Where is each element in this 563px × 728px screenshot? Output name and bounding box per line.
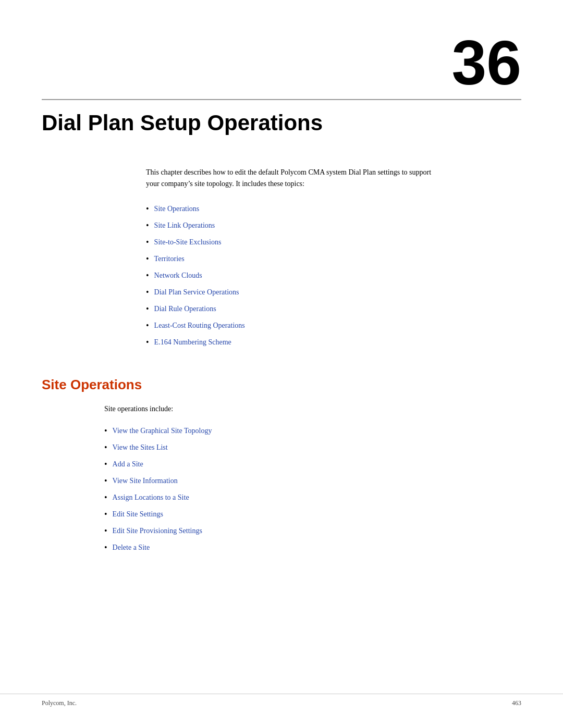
site-ops-link-view-sites-list[interactable]: View the Sites List xyxy=(113,440,168,455)
toc-link-e164-numbering-scheme[interactable]: E.164 Numbering Scheme xyxy=(154,335,231,350)
site-ops-link-edit-site-provisioning[interactable]: Edit Site Provisioning Settings xyxy=(113,524,202,538)
site-operations-list: View the Graphical Site Topology View th… xyxy=(104,423,563,556)
toc-link-network-clouds[interactable]: Network Clouds xyxy=(154,268,202,283)
intro-paragraph: This chapter describes how to edit the d… xyxy=(146,167,438,190)
toc-list: Site Operations Site Link Operations Sit… xyxy=(146,201,521,351)
list-item: Delete a Site xyxy=(104,539,563,556)
site-ops-link-assign-locations[interactable]: Assign Locations to a Site xyxy=(113,490,189,505)
page-container: 36 Dial Plan Setup Operations This chapt… xyxy=(0,0,563,728)
list-item: Territories xyxy=(146,251,521,267)
chapter-number: 36 xyxy=(452,28,521,97)
content-area: This chapter describes how to edit the d… xyxy=(0,167,563,351)
site-ops-link-view-site-info[interactable]: View Site Information xyxy=(113,474,178,488)
list-item: Edit Site Provisioning Settings xyxy=(104,523,563,539)
site-ops-link-add-site[interactable]: Add a Site xyxy=(113,457,143,472)
toc-link-territories[interactable]: Territories xyxy=(154,252,185,266)
footer-company: Polycom, Inc. xyxy=(42,699,77,707)
list-item: Least-Cost Routing Operations xyxy=(146,317,521,334)
toc-link-site-operations[interactable]: Site Operations xyxy=(154,202,200,216)
toc-link-site-link-operations[interactable]: Site Link Operations xyxy=(154,218,215,233)
list-item: Add a Site xyxy=(104,456,563,473)
list-item: Assign Locations to a Site xyxy=(104,489,563,506)
list-item: Edit Site Settings xyxy=(104,506,563,523)
site-ops-link-view-graphical[interactable]: View the Graphical Site Topology xyxy=(113,424,212,438)
list-item: View the Graphical Site Topology xyxy=(104,423,563,439)
list-item: Network Clouds xyxy=(146,267,521,284)
section-intro-site-operations: Site operations include: xyxy=(104,403,563,415)
chapter-number-area: 36 xyxy=(0,0,563,99)
toc-link-least-cost-routing-operations[interactable]: Least-Cost Routing Operations xyxy=(154,318,245,333)
list-item: Site Operations xyxy=(146,201,521,217)
toc-link-dial-plan-service-operations[interactable]: Dial Plan Service Operations xyxy=(154,285,239,300)
list-item: Site Link Operations xyxy=(146,217,521,234)
chapter-title: Dial Plan Setup Operations xyxy=(0,100,563,167)
site-ops-link-delete-site[interactable]: Delete a Site xyxy=(113,540,150,555)
toc-link-site-to-site-exclusions[interactable]: Site-to-Site Exclusions xyxy=(154,235,222,250)
list-item: E.164 Numbering Scheme xyxy=(146,334,521,351)
list-item: Dial Rule Operations xyxy=(146,301,521,317)
footer-page-number: 463 xyxy=(512,699,521,707)
toc-link-dial-rule-operations[interactable]: Dial Rule Operations xyxy=(154,302,216,316)
list-item: View Site Information xyxy=(104,473,563,489)
site-ops-link-edit-site-settings[interactable]: Edit Site Settings xyxy=(113,507,163,522)
section-heading-site-operations: Site Operations xyxy=(0,377,563,393)
list-item: Site-to-Site Exclusions xyxy=(146,234,521,251)
list-item: View the Sites List xyxy=(104,439,563,456)
list-item: Dial Plan Service Operations xyxy=(146,284,521,301)
page-footer: Polycom, Inc. 463 xyxy=(0,694,563,707)
